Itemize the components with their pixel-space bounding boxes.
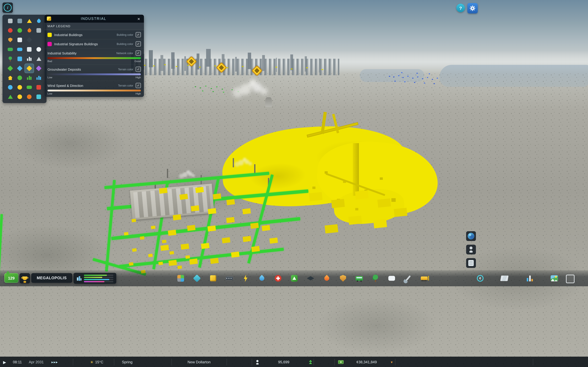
city-name[interactable]: MEGALOPOLIS: [31, 273, 72, 283]
garbage-tool-icon[interactable]: [288, 272, 300, 284]
zones-overlay-icon: [8, 66, 13, 71]
tree-icon[interactable]: [6, 54, 15, 63]
bus-icon: [8, 48, 13, 51]
economy-panel-icon[interactable]: ¢: [474, 272, 486, 284]
trend-chart-icon[interactable]: [34, 73, 43, 82]
population-readout[interactable]: 95,699: [255, 357, 312, 367]
notes-icon: [468, 260, 474, 266]
statistics-icon[interactable]: [524, 272, 536, 284]
settings-button[interactable]: [467, 3, 478, 13]
citizens-button[interactable]: [466, 245, 476, 254]
terrain-icon[interactable]: [6, 92, 15, 101]
divider: [252, 359, 252, 366]
parks-tool-icon[interactable]: [369, 272, 381, 284]
education-icon[interactable]: [25, 35, 34, 44]
legend-label: Industrial Signature Buildings: [54, 42, 114, 46]
mail-icon[interactable]: [25, 45, 34, 54]
layers-icon[interactable]: [34, 92, 43, 101]
bench-icon[interactable]: [15, 54, 24, 63]
industrial-overlay-icon[interactable]: [25, 64, 34, 73]
transportation-tool-icon[interactable]: [353, 272, 365, 284]
money-icon[interactable]: [25, 83, 34, 92]
map-view-button[interactable]: [466, 231, 476, 241]
car-icon: [17, 48, 22, 51]
journal-button[interactable]: [466, 258, 476, 268]
water-overlay-icon[interactable]: [15, 64, 24, 73]
wrench-icon[interactable]: [34, 26, 43, 35]
photo-mode-icon[interactable]: [548, 272, 561, 284]
fire-rescue-tool-icon[interactable]: [321, 272, 333, 284]
signal-bars-icon[interactable]: [25, 54, 34, 63]
legend-category: Terrain color: [118, 84, 133, 87]
areas-tool-icon[interactable]: [191, 272, 203, 284]
road-icon[interactable]: [15, 17, 24, 25]
bulldozer-tool-icon[interactable]: [418, 272, 430, 284]
scale-min-label: Low: [47, 76, 52, 79]
district-name[interactable]: New Dollarton: [172, 357, 227, 367]
landscaping-tool-icon[interactable]: [402, 272, 414, 284]
population-icon: [255, 360, 259, 364]
layers-icon: [36, 94, 41, 99]
chat-bubble-icon[interactable]: [34, 45, 43, 54]
money-readout[interactable]: ¢38,341,849 ▼: [338, 357, 393, 367]
legend-checkbox[interactable]: ✓: [136, 67, 141, 72]
signature-buildings-icon: [210, 275, 216, 281]
garbage-icon[interactable]: [15, 26, 24, 35]
close-icon[interactable]: ×: [136, 16, 141, 21]
play-pause-button[interactable]: ▶: [3, 357, 6, 367]
money-value: ¢38,341,849: [346, 360, 387, 364]
residential-icon[interactable]: [6, 73, 15, 82]
electricity-tool-icon[interactable]: [240, 272, 252, 284]
pollution-icon[interactable]: [25, 92, 34, 101]
legend-label: Industrial Suitability: [47, 51, 114, 55]
empty-slot: [34, 35, 43, 44]
signature-buildings-icon[interactable]: [207, 272, 219, 284]
dropdown-arrow-icon: ▼: [390, 360, 393, 364]
check-icon: ✓: [137, 33, 140, 36]
divider: [227, 359, 227, 366]
police-tool-icon[interactable]: [337, 272, 349, 284]
crime-icon[interactable]: [34, 83, 43, 92]
frame-button[interactable]: [566, 275, 575, 283]
communications-tool-icon[interactable]: [386, 272, 398, 284]
administration-icon[interactable]: [15, 35, 24, 44]
money-icon: [27, 86, 32, 89]
police-shield-icon[interactable]: [6, 35, 15, 44]
map-tiles-icon[interactable]: [498, 272, 510, 284]
resources-icon[interactable]: [15, 92, 24, 101]
happiness-icon[interactable]: [15, 83, 24, 92]
city-progress-panel[interactable]: [73, 273, 116, 284]
infoviews-button[interactable]: i: [2, 2, 13, 13]
legend-checkbox[interactable]: ✓: [136, 83, 141, 88]
speed-controls[interactable]: ▶▶▶: [52, 357, 58, 367]
bus-icon[interactable]: [6, 45, 15, 54]
education-tool-icon[interactable]: [304, 272, 317, 284]
arrow-icon[interactable]: [34, 54, 43, 63]
legend-checkbox[interactable]: ✓: [136, 32, 141, 37]
citizens-icon[interactable]: [6, 83, 15, 92]
zones-overlay-icon[interactable]: [6, 64, 15, 73]
milestones-button[interactable]: [20, 273, 30, 284]
water-drop-icon[interactable]: [34, 17, 43, 25]
wallet-icon[interactable]: [6, 17, 15, 25]
water-tool-icon[interactable]: [256, 272, 268, 284]
office-overlay-icon[interactable]: [34, 64, 43, 73]
legend-checkbox[interactable]: ✓: [136, 41, 141, 47]
pollution-icon: [27, 94, 32, 99]
arrow-icon: [36, 57, 41, 61]
fire-icon[interactable]: [25, 26, 34, 35]
person-icon: [468, 247, 474, 253]
car-icon[interactable]: [15, 45, 24, 54]
legend-checkbox[interactable]: ✓: [136, 50, 141, 56]
healthcare-icon[interactable]: [6, 26, 15, 35]
healthcare-tool-icon[interactable]: [272, 272, 284, 284]
profit-chart-icon[interactable]: [25, 73, 34, 82]
land-value-icon[interactable]: [15, 73, 24, 82]
zoning-tool-icon[interactable]: [174, 272, 187, 284]
industrial-zone-icon: [47, 17, 51, 21]
xp-badge[interactable]: 129: [4, 273, 18, 283]
electricity-icon[interactable]: [25, 17, 34, 25]
roads-tool-icon[interactable]: [223, 272, 235, 284]
smoke-plume: [186, 171, 189, 174]
help-button[interactable]: ?: [456, 4, 465, 12]
